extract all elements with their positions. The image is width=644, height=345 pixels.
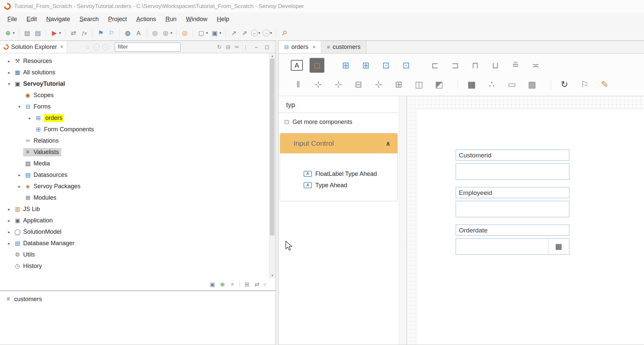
minimize-icon[interactable]: –: [252, 44, 261, 50]
same-spacing-icon[interactable]: ‖: [291, 77, 306, 92]
place-template-icon[interactable]: ⊡: [399, 58, 414, 73]
save-icon[interactable]: ▤: [22, 29, 33, 37]
form-designer-canvas[interactable]: Customerid Employeeid: [407, 96, 644, 345]
menu-help[interactable]: Help: [212, 16, 234, 23]
tree-chevron-icon[interactable]: ▾: [16, 104, 23, 109]
tree-item-all-solutions[interactable]: ▸ ▦ All solutions: [0, 67, 269, 78]
scrollbar-thumb[interactable]: [270, 59, 274, 235]
dropdown-arrow-icon[interactable]: ▾: [218, 31, 223, 35]
toolbar-separator[interactable]: [92, 29, 93, 37]
tab-customers[interactable]: ≡ customers: [321, 41, 366, 53]
tree-item-database-manager[interactable]: ▸ ▤ Database Manager: [0, 237, 269, 249]
palette-item-floatlabel-type-ahead[interactable]: A FloatLabel Type Ahead: [280, 168, 397, 180]
dropdown-arrow-icon[interactable]: ▾: [169, 31, 174, 35]
valuelist-item-customers[interactable]: ≡ customers: [0, 294, 275, 304]
stack-horizontal-icon[interactable]: ≞: [508, 58, 523, 73]
refresh-designer-icon[interactable]: ↻: [557, 77, 572, 92]
show-in-icon[interactable]: ▣: [207, 281, 217, 288]
tree-item-relations[interactable]: ∞ Relations: [0, 135, 269, 146]
flag-filled-icon[interactable]: ⚑: [95, 29, 106, 37]
menu-window[interactable]: Window: [181, 16, 212, 23]
tree-chevron-icon[interactable]: ▸: [16, 172, 23, 178]
tree-item-servoy-packages[interactable]: ▸ ◈ Servoy Packages: [0, 181, 269, 192]
tree-chevron-icon[interactable]: ▸: [5, 241, 13, 246]
overflow-arrow-icon[interactable]: ▽: [262, 282, 268, 287]
select-tool-icon[interactable]: □: [310, 58, 324, 73]
menu-search[interactable]: Search: [75, 16, 103, 23]
align-left-icon[interactable]: ⊏: [428, 58, 442, 73]
tree-chevron-icon[interactable]: ▾: [5, 81, 13, 86]
tree-item-application[interactable]: ▸ ▣ Application: [0, 215, 269, 226]
calendar-button[interactable]: ▦: [548, 239, 569, 254]
dropdown-arrow-icon[interactable]: ▾: [58, 31, 62, 35]
view-menu-icon[interactable]: ⋮: [241, 44, 250, 50]
rectangle-icon[interactable]: ▭: [504, 77, 519, 92]
tree-item-servoytutorial[interactable]: ▾ ▣ ServoyTutorial: [0, 78, 269, 89]
tree-item-forms[interactable]: ▾ ⊟ Forms: [0, 101, 269, 112]
place-component-icon[interactable]: ⊡: [379, 58, 393, 73]
refresh-icon[interactable]: ↻: [215, 44, 224, 50]
menu-navigate[interactable]: Navigate: [42, 16, 75, 23]
align-top-icon[interactable]: ⊓: [468, 58, 483, 73]
maximize-icon[interactable]: ▢: [263, 44, 271, 50]
toolbar-gap[interactable]: [419, 58, 428, 73]
dropdown-arrow-icon[interactable]: ▾: [205, 31, 209, 35]
palette-search-input[interactable]: [285, 101, 386, 109]
tree-chevron-icon[interactable]: ▸: [5, 59, 13, 64]
toolbar-separator[interactable]: [193, 29, 193, 37]
place-field-icon[interactable]: ⊞: [359, 58, 373, 73]
form-label[interactable]: Customerid: [455, 149, 570, 161]
place-label-icon[interactable]: ⊞: [338, 58, 353, 73]
collapse-all-icon[interactable]: ⊟: [224, 44, 232, 50]
form-input[interactable]: [455, 163, 570, 180]
globe-icon[interactable]: ◍: [122, 29, 133, 37]
toolbar-separator[interactable]: [19, 29, 19, 37]
toolbar-separator[interactable]: [119, 29, 120, 37]
tree-item-utils[interactable]: ⚙ Utils: [0, 249, 269, 260]
delete-icon[interactable]: ×: [227, 281, 237, 288]
form-label[interactable]: Employeeid: [455, 187, 570, 198]
tree-item-modules[interactable]: ⊞ Modules: [0, 192, 269, 203]
dropdown-arrow-icon[interactable]: ▾: [11, 31, 16, 35]
toolbar-separator[interactable]: [276, 29, 276, 37]
add-icon[interactable]: ⊕: [217, 281, 227, 288]
form-surface[interactable]: Customerid Employeeid: [417, 109, 644, 345]
palette-scrollbar[interactable]: [399, 96, 407, 345]
placeholder-icon[interactable]: ▩: [525, 77, 539, 92]
toolbar-gap[interactable]: [330, 58, 338, 73]
tree-chevron-icon[interactable]: ▸: [26, 116, 34, 121]
menu-edit[interactable]: Edit: [22, 16, 42, 23]
close-icon[interactable]: ×: [60, 44, 63, 50]
tree-item-datasources[interactable]: ▸ ▤ Datasources: [0, 169, 269, 181]
toolbar-separator[interactable]: [46, 29, 46, 37]
tree-item-scopes[interactable]: ◉ Scopes: [0, 89, 269, 101]
palette-section-header-input-control[interactable]: Input Control ∧: [280, 133, 397, 153]
menu-actions[interactable]: Actions: [131, 16, 161, 23]
dropdown-arrow-icon[interactable]: ▾: [257, 31, 262, 35]
tree-chevron-icon[interactable]: ▸: [5, 218, 13, 223]
flag-outline-icon[interactable]: ⚐: [106, 29, 117, 37]
menu-file[interactable]: File: [3, 16, 22, 23]
palette-item-type-ahead[interactable]: A Type Ahead: [280, 180, 397, 191]
link-editor-icon[interactable]: ∞: [232, 44, 241, 50]
back-icon[interactable]: ←: [93, 44, 100, 50]
tree-item-form-components[interactable]: ⊞ Form Components: [0, 124, 269, 135]
form-input[interactable]: ▦: [455, 238, 570, 255]
font-icon[interactable]: A: [133, 29, 144, 37]
scroll-up-icon[interactable]: ▲: [269, 54, 275, 58]
filter-input[interactable]: [115, 43, 180, 52]
edit-pencil-icon[interactable]: ✎: [597, 77, 612, 92]
scroll-down-icon[interactable]: ▼: [269, 274, 275, 277]
chevron-up-icon[interactable]: ∧: [385, 139, 391, 147]
stack-vertical-icon[interactable]: ≍: [528, 58, 543, 73]
tree-scrollbar[interactable]: ▲ ▼: [269, 53, 275, 278]
zoom-in-icon[interactable]: ◎: [150, 29, 160, 37]
get-more-components-link[interactable]: ⊡ Get more components: [279, 113, 399, 130]
table-view-icon[interactable]: ▦: [464, 77, 479, 92]
panel-sash[interactable]: [276, 41, 278, 345]
move-icon[interactable]: ⇄: [252, 281, 262, 288]
anchor-left-icon[interactable]: ⊹: [371, 77, 386, 92]
align-right-icon[interactable]: ⊐: [448, 58, 463, 73]
form-input[interactable]: [455, 201, 570, 217]
group-icon[interactable]: ◫: [412, 77, 426, 92]
